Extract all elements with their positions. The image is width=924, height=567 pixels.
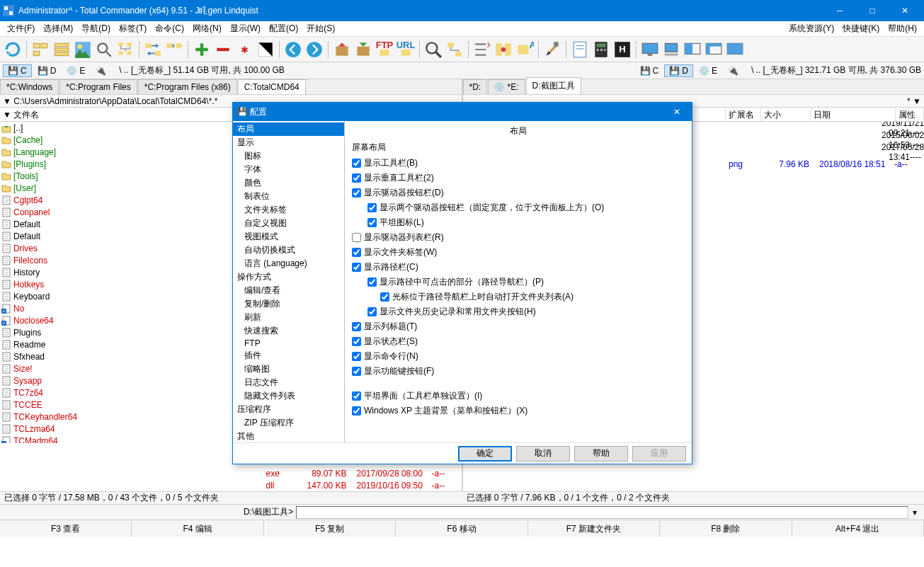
- menu-nav[interactable]: 导航(D): [77, 21, 115, 36]
- config-tree[interactable]: 布局显示图标字体颜色制表位文件夹标签自定义视图视图模式自动切换模式语言 (Lan…: [233, 121, 345, 442]
- close-button[interactable]: ✕: [889, 0, 921, 21]
- checkbox-option[interactable]: 显示文件夹历史记录和常用文件夹按钮(H): [352, 304, 685, 319]
- dialog-close-button[interactable]: ✕: [666, 107, 688, 117]
- tree-item[interactable]: 自动切换模式: [233, 244, 344, 257]
- tree-item[interactable]: 快速搜索: [233, 324, 344, 338]
- drive-net-left[interactable]: 🔌: [91, 64, 111, 77]
- pack-icon[interactable]: [332, 40, 352, 59]
- search-icon[interactable]: [94, 40, 114, 59]
- ftp-icon[interactable]: FTP: [375, 40, 394, 59]
- menu-start[interactable]: 开始(S): [302, 21, 339, 36]
- checkbox-input[interactable]: [352, 159, 361, 168]
- copy-names-icon[interactable]: [164, 40, 184, 59]
- checkbox-option[interactable]: 显示文件夹标签(W): [352, 245, 685, 260]
- checkbox-input[interactable]: [367, 307, 377, 316]
- calc-icon[interactable]: [591, 40, 611, 59]
- apply-button[interactable]: 应用: [632, 446, 686, 462]
- panel2-icon[interactable]: [704, 40, 724, 59]
- checkbox-option[interactable]: 显示路径中可点击的部分（路径导航栏）(P): [352, 275, 685, 290]
- minimize-button[interactable]: ─: [823, 0, 856, 21]
- checkbox-input[interactable]: [352, 173, 361, 183]
- tree-item[interactable]: 视图模式: [233, 230, 344, 244]
- laptop-icon[interactable]: [661, 40, 681, 59]
- checkbox-input[interactable]: [352, 367, 361, 376]
- sync-icon[interactable]: [143, 40, 163, 59]
- tree-item[interactable]: 文件夹标签: [233, 203, 344, 217]
- checkbox-input[interactable]: [352, 248, 361, 257]
- f5-copy[interactable]: F5 复制: [264, 520, 396, 537]
- menu-help[interactable]: 帮助(H): [884, 21, 921, 36]
- checkbox-option[interactable]: 显示路径栏(C): [352, 260, 685, 275]
- back-icon[interactable]: [283, 40, 303, 59]
- checkbox-option[interactable]: 显示两个驱动器按钮栏（固定宽度，位于文件面板上方）(O): [352, 200, 685, 215]
- tree-item[interactable]: 压缩程序: [233, 403, 344, 416]
- tree-item[interactable]: 语言 (Language): [233, 257, 344, 270]
- drive-d-right[interactable]: 💾 D: [664, 64, 693, 77]
- cancel-button[interactable]: 取消: [516, 446, 570, 462]
- tree-item[interactable]: 插件: [233, 349, 344, 362]
- checkbox-option[interactable]: 显示驱动器按钮栏(D): [352, 185, 685, 200]
- invert-sel-icon[interactable]: [256, 40, 275, 59]
- tree-item[interactable]: 显示: [233, 136, 344, 149]
- menu-tabs[interactable]: 标签(T): [115, 21, 151, 36]
- checkbox-input[interactable]: [352, 188, 361, 197]
- tree-item[interactable]: 颜色: [233, 176, 344, 190]
- file-row[interactable]: exe89.07 KB2017/09/28 08:00-a--: [0, 467, 462, 479]
- forward-icon[interactable]: [304, 40, 324, 59]
- checkbox-input[interactable]: [352, 337, 361, 346]
- unpack-icon[interactable]: [353, 40, 373, 59]
- dialog-titlebar[interactable]: 💾 配置 ✕: [233, 103, 692, 121]
- notepad-icon[interactable]: [570, 40, 590, 59]
- menu-sysres[interactable]: 系统资源(Y): [785, 21, 838, 36]
- tree-item[interactable]: 制表位: [233, 190, 344, 203]
- tree-item[interactable]: FTP: [233, 338, 344, 349]
- f8-delete[interactable]: F8 删除: [660, 520, 792, 537]
- checkbox-option[interactable]: 显示工具栏(B): [352, 156, 685, 171]
- compare-icon[interactable]: [494, 40, 513, 59]
- rtab-e[interactable]: 💿 *E:: [488, 79, 525, 94]
- tree-item[interactable]: 图标: [233, 149, 344, 163]
- drive-e-left[interactable]: 💿 E: [62, 64, 90, 77]
- f7-mkdir[interactable]: F7 新建文件夹: [528, 520, 660, 537]
- refresh-icon[interactable]: [3, 40, 23, 59]
- brief-view-icon[interactable]: [30, 40, 50, 59]
- tree-item[interactable]: 自定义视图: [233, 217, 344, 230]
- drive-c-right[interactable]: 💾 C: [635, 64, 664, 77]
- tree-item[interactable]: ZIP 压缩程序: [233, 416, 344, 430]
- tree-item[interactable]: 编辑/查看: [233, 284, 344, 297]
- maximize-button[interactable]: □: [856, 0, 889, 21]
- tree-item[interactable]: 隐藏文件列表: [233, 389, 344, 403]
- select-plus-icon[interactable]: [192, 40, 212, 59]
- menu-config[interactable]: 配置(O): [265, 21, 302, 36]
- url-icon[interactable]: URL: [396, 40, 416, 59]
- full-view-icon[interactable]: [52, 40, 72, 59]
- select-minus-icon[interactable]: [213, 40, 233, 59]
- multirename-icon[interactable]: [472, 40, 492, 59]
- altf4-exit[interactable]: Alt+F4 退出: [792, 520, 924, 537]
- tree-item[interactable]: 其他: [233, 430, 344, 442]
- f3-view[interactable]: F3 查看: [0, 520, 132, 537]
- checkbox-option[interactable]: 显示状态栏(S): [352, 334, 685, 349]
- checkbox-option[interactable]: Windows XP 主题背景（菜单和按钮栏）(X): [352, 403, 685, 418]
- menu-cmd[interactable]: 命令(C): [151, 21, 188, 36]
- checkbox-option[interactable]: 显示驱动器列表栏(R): [352, 230, 685, 245]
- tree-item[interactable]: 刷新: [233, 311, 344, 324]
- tab-totalcmd[interactable]: C:TotalCMD64: [238, 79, 306, 94]
- thumb-view-icon[interactable]: [73, 40, 93, 59]
- cmd-dropdown-icon[interactable]: ▾: [908, 508, 921, 517]
- checkbox-input[interactable]: [352, 233, 361, 242]
- checkbox-option[interactable]: 显示列标题(T): [352, 319, 685, 334]
- checkbox-input[interactable]: [352, 406, 361, 416]
- f4-edit[interactable]: F4 编辑: [132, 520, 263, 537]
- ok-button[interactable]: 确定: [458, 446, 512, 462]
- rename-icon[interactable]: [445, 40, 464, 59]
- checkbox-input[interactable]: [367, 203, 377, 212]
- f6-move[interactable]: F6 移动: [396, 520, 527, 537]
- checkbox-option[interactable]: 显示命令行(N): [352, 349, 685, 364]
- options-icon[interactable]: [542, 40, 562, 59]
- drive-net-right[interactable]: 🔌: [723, 64, 743, 77]
- help-button[interactable]: 帮助: [574, 446, 628, 462]
- drive-c-left[interactable]: 💾 C: [3, 64, 32, 77]
- checkbox-input[interactable]: [380, 292, 389, 302]
- drive-d-left[interactable]: 💾 D: [33, 64, 62, 77]
